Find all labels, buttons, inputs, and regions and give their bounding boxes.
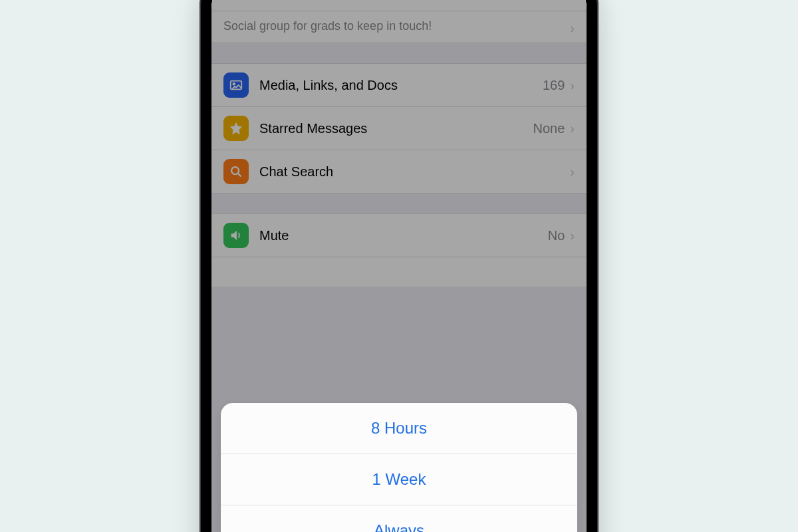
action-sheet-options: 8 Hours 1 Week Always [221,403,577,532]
mute-action-sheet: 8 Hours 1 Week Always Cancel [211,403,587,532]
phone-frame: Class of 2018 › Social group for grads t… [200,0,598,532]
mute-option-8-hours[interactable]: 8 Hours [221,403,577,454]
mute-option-always[interactable]: Always [221,505,577,532]
phone-screen: Class of 2018 › Social group for grads t… [211,0,587,532]
mute-option-1-week[interactable]: 1 Week [221,454,577,505]
group-info-settings: Class of 2018 › Social group for grads t… [211,0,587,532]
